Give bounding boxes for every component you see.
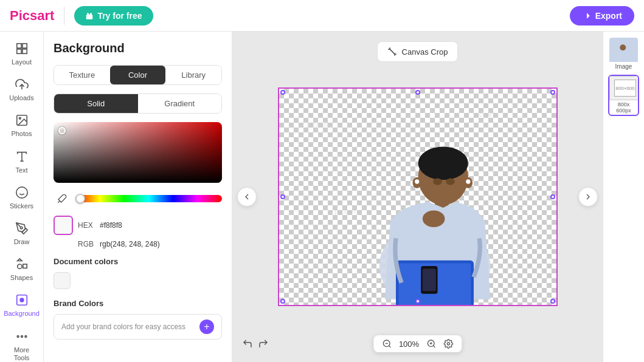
crop-icon [387, 47, 397, 56]
export-button[interactable]: Export [570, 6, 634, 26]
tab-color[interactable]: Color [110, 66, 166, 84]
chevron-right-icon [583, 192, 593, 202]
panel-tabs: Texture Color Library [54, 65, 222, 85]
handle-mr[interactable] [550, 194, 555, 199]
sidebar-item-stickers[interactable]: Stickers [2, 180, 41, 215]
svg-point-38 [415, 179, 419, 183]
text-icon [15, 149, 29, 164]
canvas-area: Canvas Crop picsart picsart picsart pics… [232, 32, 603, 362]
right-thumb-canvas-preview: 800×600 [609, 76, 639, 100]
eyedropper-button[interactable] [54, 190, 71, 207]
color-preview[interactable] [54, 216, 73, 235]
sidebar-item-layout[interactable]: Layout [2, 36, 41, 71]
export-btn-label: Export [595, 11, 622, 21]
handle-tc[interactable] [415, 90, 420, 95]
sidebar-item-background[interactable]: Background [2, 288, 41, 323]
hex-label: HEX [78, 221, 95, 230]
right-thumb-canvas[interactable]: 800×600 800x600px [608, 75, 639, 116]
brand-colors-title: Brand Colors [54, 299, 222, 308]
draw-icon [15, 221, 29, 236]
stickers-icon [15, 185, 29, 200]
sidebar-item-text[interactable]: Text [2, 145, 41, 179]
undo-button[interactable] [242, 338, 253, 352]
zoom-in-icon [426, 339, 436, 349]
zoom-in-button[interactable] [426, 339, 436, 349]
canvas-wrapper: picsart picsart picsart picsart picsart [278, 87, 558, 306]
background-panel: Background Texture Color Library Solid G… [44, 32, 232, 362]
redo-icon [258, 338, 269, 349]
sidebar-item-draw[interactable]: Draw [2, 216, 41, 251]
hex-value: #f8f8f8 [100, 221, 222, 230]
handle-ml[interactable] [280, 194, 285, 199]
svg-rect-4 [22, 49, 26, 53]
svg-rect-3 [16, 49, 21, 53]
doc-color-swatch-0[interactable] [54, 272, 71, 289]
color-picker-thumb[interactable] [58, 127, 66, 134]
zoom-out-icon [382, 339, 392, 349]
hue-thumb[interactable] [75, 194, 85, 203]
hue-slider[interactable] [75, 195, 222, 202]
panel-title: Background [54, 41, 222, 55]
redo-button[interactable] [258, 338, 269, 352]
zoom-out-button[interactable] [382, 339, 392, 349]
export-icon [582, 11, 592, 21]
svg-line-45 [433, 346, 435, 347]
handle-tl[interactable] [280, 90, 285, 95]
sidebar-item-shapes[interactable]: Shapes [2, 252, 41, 287]
svg-point-18 [17, 335, 19, 337]
sidebar-item-more-tools[interactable]: More Tools [2, 324, 41, 363]
icon-sidebar: Layout Uploads Photos Text Stickers [0, 32, 44, 362]
handle-bl[interactable] [280, 299, 285, 304]
eyedropper-icon [57, 194, 67, 203]
right-thumb-image[interactable]: Image [608, 36, 639, 72]
handle-br[interactable] [550, 299, 555, 304]
try-btn-label: Try for free [97, 11, 142, 21]
top-bar: Picsart Try for free Export [0, 0, 644, 32]
logo: Picsart [10, 8, 54, 24]
svg-point-17 [19, 298, 24, 302]
brand-add-button[interactable]: + [199, 319, 214, 334]
nav-arrow-left[interactable] [237, 187, 257, 207]
doc-colors-title: Document colors [54, 257, 222, 266]
solid-gradient-toggle: Solid Gradient [54, 94, 222, 114]
upload-icon [15, 77, 29, 92]
color-picker-canvas[interactable] [54, 122, 222, 183]
sidebar-item-photos[interactable]: Photos [2, 108, 41, 143]
gift-icon [85, 12, 94, 20]
svg-point-40 [422, 211, 445, 227]
svg-point-20 [25, 335, 27, 337]
svg-point-39 [466, 179, 470, 183]
tab-texture[interactable]: Texture [54, 66, 110, 84]
canvas-settings-button[interactable] [443, 339, 453, 349]
tab-library[interactable]: Library [165, 66, 221, 84]
sidebar-item-shapes-label: Shapes [10, 274, 33, 282]
sidebar-item-stickers-label: Stickers [10, 202, 33, 210]
svg-point-14 [17, 264, 21, 268]
sidebar-item-uploads[interactable]: Uploads [2, 72, 41, 107]
handle-tr[interactable] [550, 90, 555, 95]
top-bar-left: Picsart Try for free [10, 6, 153, 26]
more-tools-icon [15, 329, 29, 344]
hex-input-row: HEX #f8f8f8 [54, 216, 222, 235]
svg-point-19 [21, 335, 23, 337]
rgb-label: RGB [78, 240, 95, 248]
svg-point-27 [418, 146, 468, 180]
handle-bc[interactable] [415, 299, 420, 304]
try-for-free-button[interactable]: Try for free [74, 6, 153, 26]
right-thumb-image-label: Image [609, 62, 638, 71]
canvas-crop-button[interactable]: Canvas Crop [377, 41, 459, 62]
right-thumb-image-preview [609, 38, 639, 62]
svg-point-35 [446, 179, 455, 185]
doc-colors-swatches [54, 272, 222, 289]
sidebar-item-text-label: Text [15, 166, 27, 174]
background-icon [15, 293, 29, 307]
gradient-btn[interactable]: Gradient [138, 94, 222, 113]
zoom-bar: 100% [373, 335, 462, 352]
svg-point-10 [16, 187, 27, 198]
brand-colors-add-row: Add your brand colors for easy access + [54, 314, 222, 340]
main-area: Layout Uploads Photos Text Stickers [0, 32, 644, 362]
solid-btn[interactable]: Solid [54, 94, 138, 113]
nav-arrow-right[interactable] [578, 187, 598, 207]
sidebar-item-photos-label: Photos [11, 130, 32, 138]
svg-rect-15 [23, 264, 26, 268]
